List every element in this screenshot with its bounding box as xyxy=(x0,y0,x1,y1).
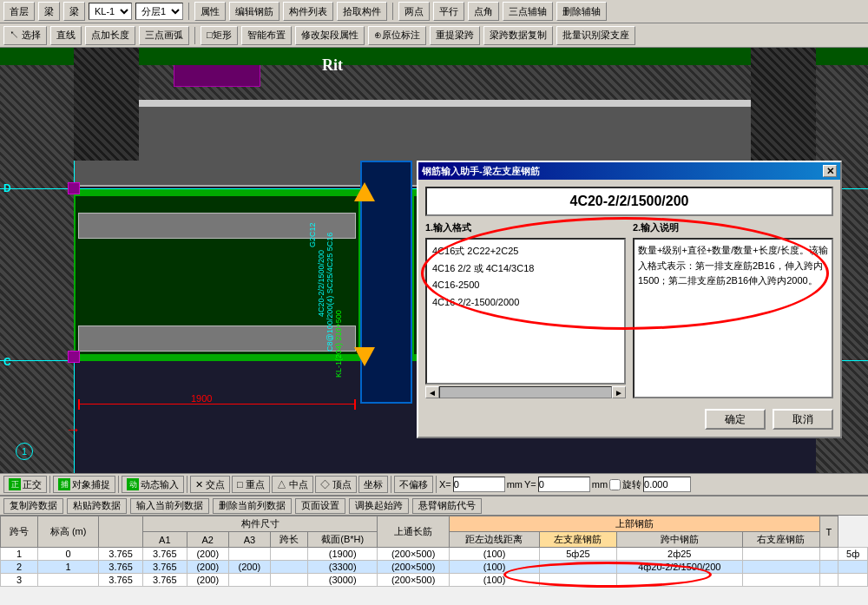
endpoint-btn[interactable]: □ 重点 xyxy=(232,476,270,493)
ortho-btn[interactable]: 正 正交 xyxy=(3,476,47,493)
batch-id-btn[interactable]: 批量识别梁支座 xyxy=(556,26,635,45)
input-col-data-btn[interactable]: 输入当前列数据 xyxy=(130,498,209,514)
point-add-len-btn[interactable]: 点加长度 xyxy=(85,26,135,45)
parallel-btn[interactable]: 平行 xyxy=(433,2,464,21)
kl-select[interactable]: KL-1 xyxy=(89,3,132,20)
y-input[interactable] xyxy=(538,477,590,492)
td-start-ht2-3: 3.765 xyxy=(99,574,143,587)
sep1 xyxy=(188,3,189,20)
edit-rebar-btn[interactable]: 编辑钢筋 xyxy=(229,2,279,21)
dialog-list-area[interactable]: 4C16式 2C22+2C25 4C16 2/2 或 4C14/3C18 4C1… xyxy=(425,238,626,385)
scroll-track[interactable] xyxy=(439,386,612,398)
td-a3 xyxy=(270,548,307,561)
th-end-height xyxy=(99,516,143,548)
td-start-ht: 0 xyxy=(38,548,99,561)
property-btn[interactable]: 属性 xyxy=(194,2,226,21)
del-col-data-btn[interactable]: 删除当前列数据 xyxy=(213,498,292,514)
td-mid-3 xyxy=(742,574,819,587)
select-btn[interactable]: ↖ 选择 xyxy=(3,26,47,45)
beam-select[interactable]: 梁 xyxy=(63,2,85,21)
three-arc-btn[interactable]: 三点画弧 xyxy=(139,26,189,45)
rotate-check[interactable] xyxy=(609,479,621,490)
pick-component-btn[interactable]: 拾取构件 xyxy=(337,2,387,21)
list-item-4[interactable]: 4C16 2/2-1500/2000 xyxy=(431,294,621,312)
dim-value: 1900 xyxy=(191,393,212,404)
scroll-right-btn[interactable]: ► xyxy=(612,386,626,398)
midpoint-btn[interactable]: △ 中点 xyxy=(272,476,313,493)
layer-select2[interactable]: 分层1 xyxy=(135,3,183,20)
td-left-seat-2[interactable]: 4ф20-2/2/1500/200 xyxy=(616,561,742,574)
td-mid xyxy=(742,548,819,561)
two-point-btn[interactable]: 两点 xyxy=(398,2,430,21)
copy-span-data-btn[interactable]: 复制跨数据 xyxy=(3,498,63,514)
slab-bot-line xyxy=(74,354,360,361)
layer-select[interactable]: 首层 xyxy=(3,2,35,21)
coord-btn[interactable]: 坐标 xyxy=(358,476,388,493)
td-a1: (200) xyxy=(187,548,228,561)
c-axis-label: C xyxy=(3,356,11,368)
rotate-label: 旋转 xyxy=(622,478,641,491)
td-span-l: (1900) xyxy=(307,548,377,561)
type-select[interactable]: 梁 xyxy=(38,2,60,21)
page-setting-btn[interactable]: 页面设置 xyxy=(295,498,345,514)
td-start-ht-3 xyxy=(38,574,99,587)
rotate-input[interactable] xyxy=(643,477,691,492)
td-a3-2 xyxy=(270,561,307,574)
list-item-2[interactable]: 4C16 2/2 或 4C14/3C18 xyxy=(431,260,621,278)
intersect-btn[interactable]: ✕ 交点 xyxy=(190,476,230,493)
scroll-left-btn[interactable]: ◄ xyxy=(425,386,439,398)
component-list-btn[interactable]: 构件列表 xyxy=(283,2,333,21)
td-span-l-3: (3000) xyxy=(307,574,377,587)
sep3 xyxy=(194,27,195,44)
three-point-aux-btn[interactable]: 三点辅轴 xyxy=(503,2,553,21)
sep-s3 xyxy=(187,476,187,493)
data-table-container[interactable]: 跨号 标高 (m) 构件尺寸 上通长筋 上部钢筋 T A1 A2 A3 跨长 截… xyxy=(0,516,868,605)
list-item-3[interactable]: 4C16-2500 xyxy=(431,277,621,294)
purple-sq-3 xyxy=(68,351,80,363)
table-row[interactable]: 1 0 3.765 3.765 (200) (1900) (200×500) (… xyxy=(1,548,868,561)
cad-text-kl1: KL-1(204) 210+500 xyxy=(334,310,343,378)
inner-beam2 xyxy=(78,326,356,352)
list-item-1[interactable]: 4C16式 2C22+2C25 xyxy=(431,243,621,260)
confirm-button[interactable]: 确定 xyxy=(705,409,766,430)
dynamic-btn[interactable]: 动 动态输入 xyxy=(122,476,184,493)
th-component-size: 构件尺寸 xyxy=(142,516,377,532)
angle-btn[interactable]: 点角 xyxy=(468,2,499,21)
table-row-selected[interactable]: 2 1 3.765 3.765 (200) (200) (3300) (200×… xyxy=(1,561,868,574)
modify-attr-btn[interactable]: 修改架段属性 xyxy=(295,26,365,45)
paste-span-data-btn[interactable]: 粘贴跨数据 xyxy=(67,498,127,514)
td-end-ht-3: 3.765 xyxy=(142,574,187,587)
table-row3[interactable]: 3 3.765 3.765 (200) (3000) (200×500) (10… xyxy=(1,574,868,587)
snap-btn[interactable]: 捕 对象捕捉 xyxy=(53,476,115,493)
vertex-btn[interactable]: ◇ 顶点 xyxy=(315,476,357,493)
del-aux-btn[interactable]: 删除辅轴 xyxy=(556,2,607,21)
td-left-seat-3 xyxy=(616,574,742,587)
dialog-content: 4C20-2/2/1500/200 1.输入格式 4C16式 2C22+2C25… xyxy=(418,180,840,405)
cad-canvas[interactable]: D C 1900 → 1 KL-1(204) 210+500 C8@100/20… xyxy=(0,48,868,473)
th-right-seat-rebar: 右支座钢筋 xyxy=(742,532,819,548)
td-start-ht-2: 1 xyxy=(38,561,99,574)
dialog-body: 1.输入格式 4C16式 2C22+2C25 4C16 2/2 或 4C14/3… xyxy=(425,221,833,398)
cancel-button[interactable]: 取消 xyxy=(773,409,833,430)
x-input[interactable] xyxy=(453,477,505,492)
line-btn[interactable]: 直线 xyxy=(50,26,82,45)
rect-btn[interactable]: □矩形 xyxy=(201,26,238,45)
td-through: 5ф25 xyxy=(540,548,617,561)
td-span-num2: 2 xyxy=(1,561,38,574)
smart-place-btn[interactable]: 智能布置 xyxy=(241,26,292,45)
origin-mark-btn[interactable]: ⊕原位标注 xyxy=(368,26,426,45)
cantilever-code-btn[interactable]: 悬臂钢筋代号 xyxy=(412,498,482,514)
swap-start-btn[interactable]: 调换起始跨 xyxy=(349,498,409,514)
re-extract-btn[interactable]: 重提梁跨 xyxy=(430,26,480,45)
no-offset-btn[interactable]: 不偏移 xyxy=(394,476,433,493)
dialog-close-button[interactable]: ✕ xyxy=(823,165,837,177)
sep-s5 xyxy=(436,476,437,493)
sep2 xyxy=(392,3,393,20)
hatch-top-r xyxy=(751,48,816,161)
td-dist-2: (100) xyxy=(449,561,539,574)
td-a2-2: (200) xyxy=(228,561,270,574)
top-toolbar: 首层 梁 梁 KL-1 分层1 属性 编辑钢筋 构件列表 拾取构件 两点 平行 … xyxy=(0,0,868,48)
copy-span-btn[interactable]: 梁跨数据复制 xyxy=(483,26,553,45)
toolbar-row2: ↖ 选择 直线 点加长度 三点画弧 □矩形 智能布置 修改架段属性 ⊕原位标注 … xyxy=(0,23,868,47)
sep-s2 xyxy=(118,476,119,493)
